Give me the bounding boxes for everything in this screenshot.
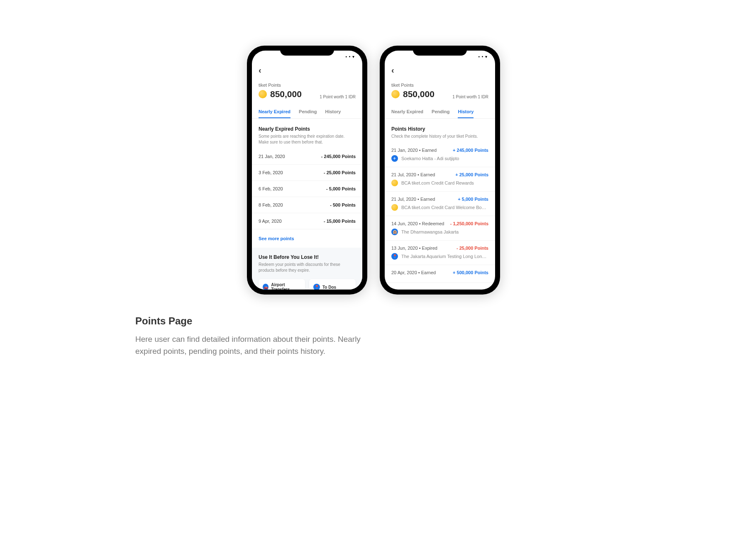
points-amount: 850,000 — [270, 89, 302, 99]
promo-card-label: Airport Transfers — [271, 282, 301, 290]
phone-mock-history: ▪ • ▾ ‹ tiket Points 850,000 1 Point wor… — [380, 46, 500, 295]
expiry-row[interactable]: 8 Feb, 2020 - 500 Points — [252, 197, 362, 213]
tab-pending[interactable]: Pending — [432, 106, 449, 118]
history-meta: 20 Apr, 2020 • Earned — [391, 270, 436, 275]
expiry-date: 9 Apr, 2020 — [259, 219, 282, 224]
tab-pending[interactable]: Pending — [299, 106, 317, 118]
section-title: Nearly Expired Points — [259, 126, 356, 132]
points-header: tiket Points 850,000 1 Point worth 1 IDR — [252, 78, 362, 106]
tabs: Nearly Expired Pending History — [252, 106, 362, 119]
history-meta: 21 Jan, 2020 • Earned — [391, 148, 437, 153]
back-button[interactable]: ‹ — [391, 66, 394, 75]
history-desc: The Dharmawangsa Jakarta — [401, 229, 459, 234]
expiry-points: - 245,000 Points — [321, 154, 356, 159]
expiry-row[interactable]: 3 Feb, 2020 - 25,000 Points — [252, 165, 362, 181]
section-desc: Check the complete history of your tiket… — [391, 134, 488, 139]
phone-mock-nearly-expired: ▪ • ▾ ‹ tiket Points 850,000 1 Point wor… — [247, 46, 367, 295]
history-meta: 14 Jun, 2020 • Redeemed — [391, 221, 444, 226]
section-desc: Some points are reaching their expiratio… — [259, 134, 356, 145]
expiry-date: 21 Jan, 2020 — [259, 154, 285, 159]
promo-card-to-dos[interactable]: 📍 To Dos — [309, 279, 356, 290]
caption: Points Page Here user can find detailed … — [135, 315, 380, 357]
coin-icon — [259, 90, 267, 98]
coin-icon — [391, 90, 400, 98]
history-points: + 25,000 Points — [455, 172, 488, 177]
promo-section: Use It Before You Lose It! Redeem your p… — [252, 248, 362, 290]
points-worth: 1 Point worth 1 IDR — [320, 95, 356, 99]
plane-icon: ✈ — [391, 155, 398, 162]
points-worth: 1 Point worth 1 IDR — [452, 95, 488, 99]
expiry-date: 3 Feb, 2020 — [259, 170, 283, 175]
coin-icon — [391, 180, 398, 186]
history-points: + 245,000 Points — [453, 148, 488, 153]
back-button[interactable]: ‹ — [259, 66, 261, 75]
expiry-row[interactable]: 6 Feb, 2020 - 5,000 Points — [252, 181, 362, 197]
tab-nearly-expired[interactable]: Nearly Expired — [391, 106, 423, 118]
pin-icon: 📍 — [391, 253, 398, 260]
expiry-row[interactable]: 21 Jan, 2020 - 245,000 Points — [252, 149, 362, 165]
history-desc: BCA tiket.com Credit Card Rewards — [401, 180, 474, 185]
history-points: - 1,250,000 Points — [450, 221, 488, 226]
history-meta: 21 Jul, 2020 • Earned — [391, 172, 435, 177]
phone-notch — [280, 46, 334, 56]
history-desc: BCA tiket.com Credit Card Welcome Bonus — [401, 205, 488, 210]
app-screen: ▪ • ▾ ‹ tiket Points 850,000 1 Point wor… — [385, 51, 495, 290]
promo-card-label: To Dos — [322, 285, 336, 290]
caption-body: Here user can find detailed information … — [135, 334, 380, 357]
history-meta: 13 Jun, 2020 • Expired — [391, 246, 437, 251]
coin-icon — [391, 204, 398, 211]
expiry-row[interactable]: 9 Apr, 2020 - 15,000 Points — [252, 213, 362, 229]
history-entry[interactable]: 13 Jun, 2020 • Expired - 25,000 Points 📍… — [385, 241, 495, 265]
history-points: + 500,000 Points — [453, 270, 488, 275]
promo-desc: Redeem your points with discounts for th… — [259, 262, 356, 273]
expiry-points: - 15,000 Points — [324, 219, 356, 224]
tabs: Nearly Expired Pending History — [385, 106, 495, 119]
points-label: tiket Points — [259, 83, 302, 88]
car-icon: 🚗 — [263, 284, 269, 290]
history-entry[interactable]: 21 Jul, 2020 • Earned + 5,000 Points BCA… — [385, 192, 495, 216]
history-entry[interactable]: 20 Apr, 2020 • Earned + 500,000 Points — [385, 265, 495, 283]
status-icons: ▪ • ▾ — [478, 54, 488, 59]
expiry-date: 6 Feb, 2020 — [259, 186, 283, 191]
history-meta: 21 Jul, 2020 • Earned — [391, 197, 435, 202]
history-desc: Soekarno Hatta - Adi sutjipto — [401, 156, 459, 161]
see-more-link[interactable]: See more points — [252, 229, 362, 248]
pin-icon: 📍 — [313, 284, 320, 290]
expiry-points: - 500 Points — [330, 202, 356, 207]
promo-card-airport-transfers[interactable]: 🚗 Airport Transfers — [259, 279, 305, 290]
tab-history[interactable]: History — [458, 106, 474, 118]
promo-title: Use It Before You Lose It! — [259, 254, 356, 260]
expiry-points: - 5,000 Points — [326, 186, 356, 191]
topbar: ‹ — [385, 62, 495, 78]
points-label: tiket Points — [391, 83, 435, 88]
expiry-points: - 25,000 Points — [324, 170, 356, 175]
app-screen: ▪ • ▾ ‹ tiket Points 850,000 1 Point wor… — [252, 51, 362, 290]
points-amount: 850,000 — [403, 89, 435, 99]
points-header: tiket Points 850,000 1 Point worth 1 IDR — [385, 78, 495, 106]
hotel-icon: 🏨 — [391, 229, 398, 235]
tab-nearly-expired[interactable]: Nearly Expired — [259, 106, 290, 118]
history-entry[interactable]: 14 Jun, 2020 • Redeemed - 1,250,000 Poin… — [385, 216, 495, 241]
phone-notch — [413, 46, 467, 56]
topbar: ‹ — [252, 62, 362, 78]
status-icons: ▪ • ▾ — [345, 54, 355, 59]
history-points: - 25,000 Points — [456, 246, 488, 251]
caption-title: Points Page — [135, 315, 380, 327]
history-entry[interactable]: 21 Jan, 2020 • Earned + 245,000 Points ✈… — [385, 143, 495, 167]
history-desc: The Jakarta Aquarium Testing Long Long N… — [401, 254, 488, 259]
expiry-date: 8 Feb, 2020 — [259, 202, 283, 207]
history-points: + 5,000 Points — [458, 197, 488, 202]
tab-history[interactable]: History — [325, 106, 341, 118]
section-title: Points History — [391, 126, 488, 132]
history-entry[interactable]: 21 Jul, 2020 • Earned + 25,000 Points BC… — [385, 167, 495, 192]
